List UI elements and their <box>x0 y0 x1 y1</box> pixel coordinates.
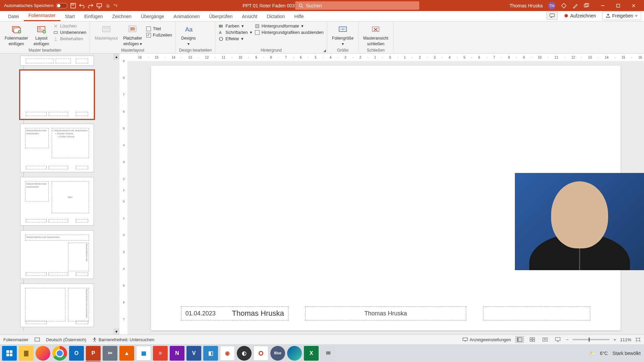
svg-rect-14 <box>39 29 44 31</box>
background-styles-dropdown[interactable]: Hintergrundformate ▾ <box>255 23 324 28</box>
record-button[interactable]: Aufzeichnen <box>560 12 599 20</box>
maximize-button[interactable] <box>610 0 626 11</box>
excel-app[interactable]: X <box>304 346 319 361</box>
chrome-app[interactable] <box>52 346 67 361</box>
share-button[interactable]: Freigeben <box>602 11 641 20</box>
outlook-app[interactable]: O <box>69 346 84 361</box>
snip-app[interactable]: ✂ <box>103 346 117 361</box>
fit-to-window-button[interactable] <box>635 337 641 342</box>
close-master-view-button[interactable]: Masteransichtschließen <box>362 23 390 46</box>
insert-slide-master-button[interactable]: Folienmastereinfügen <box>3 23 29 46</box>
autosave-toggle[interactable] <box>56 3 67 8</box>
colors-dropdown[interactable]: Farben ▾ <box>219 23 252 28</box>
insert-layout-button[interactable]: Layouteinfügen <box>32 23 51 46</box>
zoom-slider[interactable] <box>573 339 609 340</box>
autosave-label: Automatisches Speichern <box>4 3 53 8</box>
tab-ansicht[interactable]: Ansicht <box>237 12 262 21</box>
save-icon[interactable] <box>70 3 76 9</box>
close-button[interactable] <box>626 0 641 11</box>
status-language[interactable]: Deutsch (Österreich) <box>46 337 86 342</box>
background-dialog-launcher[interactable]: ◢ <box>323 49 326 52</box>
edge-app[interactable] <box>287 346 302 361</box>
visio-app[interactable]: V <box>186 346 201 361</box>
mail-app[interactable]: ✉ <box>321 346 335 361</box>
title-checkbox[interactable]: Titel <box>146 26 172 31</box>
explorer-app[interactable]: ▇ <box>19 346 34 361</box>
start-button[interactable] <box>2 346 17 361</box>
zoom-out-button[interactable]: − <box>566 337 569 342</box>
slide-size-button[interactable]: Foliengröße▾ <box>331 23 355 46</box>
tab-uebergaenge[interactable]: Übergänge <box>136 12 169 21</box>
status-keyboard-icon[interactable] <box>35 338 40 342</box>
pen-icon[interactable] <box>572 3 578 9</box>
obs-app[interactable]: ◐ <box>237 346 252 361</box>
fonts-dropdown[interactable]: ASchriftarten ▾ <box>219 30 252 35</box>
tab-zeichnen[interactable]: Zeichnen <box>107 12 136 21</box>
thumbnail-picture-layout[interactable]: Mastertitelformat bearbeiten Bild <box>20 177 94 226</box>
qat-customize-icon[interactable] <box>114 3 118 9</box>
status-accessibility[interactable]: Barrierefreiheit: Untersuchen <box>92 337 154 342</box>
app-generic-1[interactable]: ◧ <box>203 346 218 361</box>
redo-icon[interactable] <box>88 3 94 9</box>
insert-placeholder-button[interactable]: Platzhaltereinfügen ▾ <box>122 23 144 46</box>
search-input[interactable]: Suchen <box>295 1 419 10</box>
slide-master-thumbnails[interactable]: ▲ Mastertitelformat bearbeiten • Mastert… <box>0 54 119 335</box>
tab-start[interactable]: Start <box>60 12 80 21</box>
tab-ueberpruefen[interactable]: Überprüfen <box>204 12 237 21</box>
present-from-start-icon[interactable] <box>96 3 102 9</box>
rename-layout-button[interactable]: Umbenennen <box>53 30 86 35</box>
normal-view-button[interactable] <box>515 336 524 343</box>
app-generic-4[interactable]: Blue <box>270 346 285 361</box>
tab-dictation[interactable]: Dictation <box>262 12 289 21</box>
sorter-view-button[interactable] <box>528 336 537 343</box>
window-clone-icon[interactable] <box>584 3 590 9</box>
group-label-background: Hintergrund <box>219 47 324 53</box>
user-avatar[interactable]: TH <box>548 2 555 9</box>
tab-datei[interactable]: Datei <box>3 12 24 21</box>
master-layout-button[interactable]: Masterlayout <box>93 23 119 41</box>
comments-toggle[interactable] <box>546 12 558 20</box>
delete-layout-button[interactable]: Löschen <box>53 23 86 28</box>
app-generic-2[interactable]: ◉ <box>220 346 235 361</box>
tab-hilfe[interactable]: Hilfe <box>290 12 309 21</box>
minimize-button[interactable] <box>595 0 610 11</box>
tab-einfuegen[interactable]: Einfügen <box>79 12 107 21</box>
hide-bg-checkbox[interactable]: Hintergrundgrafiken ausblenden <box>255 30 324 35</box>
themes-button[interactable]: Aa Designs▾ <box>179 23 198 46</box>
date-placeholder[interactable]: 01.04.2023 Thomas Hruska <box>181 306 288 320</box>
diamond-icon[interactable] <box>561 3 567 9</box>
thumb-scroll-up[interactable]: ▲ <box>113 54 119 60</box>
tab-folienmaster[interactable]: Folienmaster <box>24 11 60 21</box>
slideshow-view-button[interactable] <box>553 336 562 343</box>
thumbnail-two-content-layout[interactable]: Mastertitelformat bearbeiten • Mastertit… <box>20 124 94 172</box>
svg-rect-42 <box>636 338 640 341</box>
group-label-size: Größe <box>331 47 355 53</box>
svg-text:Aa: Aa <box>185 26 193 33</box>
powerpoint-app[interactable]: P <box>86 346 101 361</box>
thumbnail-partial-top[interactable] <box>20 56 94 66</box>
weather-icon[interactable]: ⛅ <box>589 351 595 356</box>
undo-icon[interactable] <box>79 3 85 9</box>
touch-mode-icon[interactable] <box>105 3 111 9</box>
display-settings[interactable]: Anzeigeeinstellungen <box>463 337 511 342</box>
thumbnail-vertical-layout[interactable]: Mastertitelformat bearbeiten <box>20 284 94 327</box>
effects-dropdown[interactable]: Effekte ▾ <box>219 36 252 41</box>
preserve-layout-button[interactable]: Beibehalten <box>53 36 86 41</box>
thumbnail-blank-layout[interactable] <box>20 70 94 119</box>
footers-checkbox[interactable]: ✓Fußzeilen <box>146 33 172 38</box>
zoom-level[interactable]: 111% <box>620 337 631 342</box>
user-name[interactable]: Thomas Hruska <box>509 3 543 8</box>
slide-number-placeholder[interactable] <box>483 306 590 320</box>
reading-view-button[interactable] <box>541 336 549 343</box>
vlc-app[interactable]: ▲ <box>119 346 134 361</box>
app-generic-3[interactable] <box>254 346 268 361</box>
footer-placeholder[interactable]: Thomas Hruska <box>305 306 466 320</box>
photos-app[interactable]: ▦ <box>136 346 151 361</box>
onenote-app[interactable]: N <box>170 346 184 361</box>
zoom-in-button[interactable]: + <box>613 337 616 342</box>
firefox-app[interactable] <box>36 346 50 361</box>
thumbnail-title-layout[interactable]: Mastertitelformat bearbeiten Mastertitel… <box>20 230 94 279</box>
thumb-scroll-down[interactable]: ▼ <box>113 328 119 335</box>
tab-animationen[interactable]: Animationen <box>169 12 204 21</box>
todoist-app[interactable]: ≡ <box>153 346 168 361</box>
